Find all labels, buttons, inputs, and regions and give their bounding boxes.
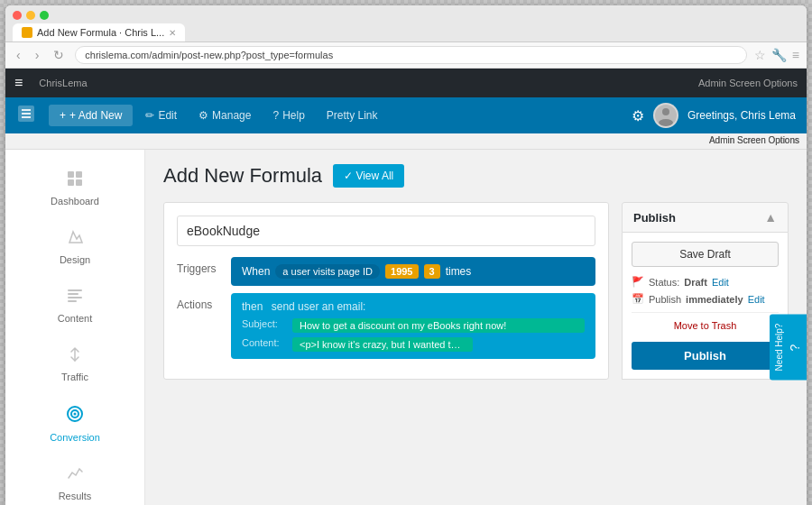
sidebar-traffic-label: Traffic [61, 372, 88, 382]
plus-icon: + [60, 109, 66, 122]
publish-time-row: 📅 Publish immediately Edit [632, 293, 779, 305]
svg-rect-13 [68, 300, 77, 302]
subject-value: How to get a discount on my eBooks right… [292, 318, 585, 333]
bookmark-icon[interactable]: ☆ [754, 48, 766, 62]
sidebar-item-design[interactable]: Design [5, 217, 144, 276]
sidebar-design-label: Design [60, 254, 90, 265]
browser-tab[interactable]: Add New Formula · Chris L... ✕ [13, 23, 185, 41]
traffic-icon [66, 345, 84, 368]
svg-rect-11 [68, 293, 78, 295]
sidebar-dashboard-label: Dashboard [51, 196, 99, 207]
publish-button[interactable]: Publish [632, 342, 779, 370]
svg-rect-6 [68, 171, 74, 178]
publish-toggle-icon[interactable]: ▲ [764, 210, 777, 225]
content-row: Content: <p>I know it's crazy, but I wan… [242, 337, 585, 352]
sidebar-item-content[interactable]: Content [5, 276, 144, 335]
action-then: then [242, 300, 263, 313]
design-icon [66, 228, 84, 251]
nav-pretty-link[interactable]: Pretty Link [318, 109, 387, 122]
publish-time-value: immediately [686, 294, 743, 305]
dashboard-icon [66, 170, 84, 192]
trigger-count: 3 [424, 264, 440, 279]
help-tab[interactable]: ? Need Help? [770, 315, 807, 381]
nav-help[interactable]: ? Help [263, 109, 313, 122]
browser-back-button[interactable]: ‹ [13, 46, 24, 64]
trigger-action-area: Triggers When a user visits page ID 1995… [177, 257, 595, 366]
calendar-icon: 📅 [632, 293, 644, 305]
action-send: send user an email: [272, 300, 366, 313]
sidebar-content-label: Content [58, 313, 93, 324]
status-label: Status: [649, 277, 679, 288]
sidebar-conversion-label: Conversion [50, 432, 100, 443]
svg-rect-9 [76, 179, 82, 186]
avatar [653, 103, 678, 128]
add-new-label: + Add New [69, 109, 122, 122]
status-edit-link[interactable]: Edit [712, 277, 729, 288]
browser-minimize-dot[interactable] [26, 11, 35, 20]
sidebar-item-dashboard[interactable]: Dashboard [5, 159, 144, 217]
status-value: Draft [684, 277, 707, 288]
sidebar-item-traffic[interactable]: Traffic [5, 335, 144, 393]
trigger-page-id: 1995 [385, 264, 418, 279]
sidebar-results-label: Results [59, 491, 92, 501]
tab-close-icon[interactable]: ✕ [169, 28, 176, 38]
subject-label: Subject: [242, 318, 287, 329]
svg-point-16 [74, 413, 77, 416]
menu-icon[interactable]: ≡ [792, 48, 799, 62]
address-text: chrislema.com/admin/post-new.php?post_ty… [85, 50, 333, 60]
svg-rect-10 [68, 289, 82, 291]
address-bar[interactable]: chrislema.com/admin/post-new.php?post_ty… [75, 46, 746, 64]
page-header: Add New Formula ✓ View All [163, 164, 789, 188]
admin-bar-site[interactable]: ChrisLema [32, 69, 94, 97]
extension-icon[interactable]: 🔧 [771, 48, 787, 62]
editor-body: Triggers When a user visits page ID 1995… [177, 257, 595, 366]
browser-refresh-button[interactable]: ↻ [50, 46, 68, 64]
move-to-trash-link[interactable]: Move to Trash [632, 320, 779, 331]
sidebar: Dashboard Design Content [5, 150, 145, 505]
content-label: Content: [242, 337, 287, 348]
publish-panel: Publish ▲ Save Draft 🚩 Status: Draft Edi… [622, 202, 789, 380]
browser-maximize-dot[interactable] [40, 11, 49, 20]
triggers-row: Triggers When a user visits page ID 1995… [177, 257, 595, 286]
nav-edit[interactable]: ✏ Edit [136, 109, 186, 122]
edit-icon: ✏ [145, 109, 154, 122]
tab-title: Add New Formula · Chris L... [37, 27, 164, 38]
publish-divider [632, 312, 779, 313]
view-all-button[interactable]: ✓ View All [333, 164, 404, 188]
publish-header: Publish ▲ [622, 202, 789, 233]
save-draft-button[interactable]: Save Draft [632, 242, 779, 267]
add-new-button[interactable]: + + Add New [49, 105, 133, 126]
trigger-condition-pill: a user visits page ID [275, 264, 380, 279]
svg-rect-12 [68, 297, 82, 298]
svg-rect-7 [76, 171, 82, 178]
plugin-logo [16, 104, 36, 128]
svg-point-5 [659, 119, 673, 126]
content-icon [66, 287, 84, 309]
settings-icon[interactable]: ⚙ [632, 107, 644, 124]
browser-close-dot[interactable] [13, 11, 22, 20]
screen-options-btn[interactable]: Admin Screen Options [698, 78, 798, 88]
trigger-times: times [446, 265, 472, 278]
help-question-icon: ? [788, 344, 802, 351]
status-row: 🚩 Status: Draft Edit [632, 276, 779, 288]
trigger-when: When [242, 265, 270, 278]
nav-manage[interactable]: ⚙ Manage [189, 109, 260, 122]
svg-rect-8 [68, 179, 74, 186]
publish-body: Save Draft 🚩 Status: Draft Edit 📅 [622, 233, 789, 380]
results-icon [66, 464, 84, 487]
formula-name-input[interactable] [177, 216, 595, 246]
sidebar-item-results[interactable]: Results [5, 454, 144, 505]
subject-row: Subject: How to get a discount on my eBo… [242, 318, 585, 333]
conversion-icon [65, 404, 85, 428]
action-block: then send user an email: Subject: How to… [231, 293, 595, 359]
sidebar-item-conversion[interactable]: Conversion [5, 393, 144, 454]
browser-forward-button[interactable]: › [32, 46, 43, 64]
wp-logo: ≡ [14, 75, 23, 91]
svg-point-4 [662, 108, 669, 115]
greeting-text: Greetings, Chris Lema [687, 109, 796, 122]
triggers-label: Triggers [177, 257, 231, 286]
publish-time-label: Publish [649, 294, 681, 305]
publish-time-edit-link[interactable]: Edit [748, 294, 765, 305]
manage-icon: ⚙ [198, 109, 208, 122]
content-value: <p>I know it's crazy, but I wanted to le… [292, 337, 473, 352]
